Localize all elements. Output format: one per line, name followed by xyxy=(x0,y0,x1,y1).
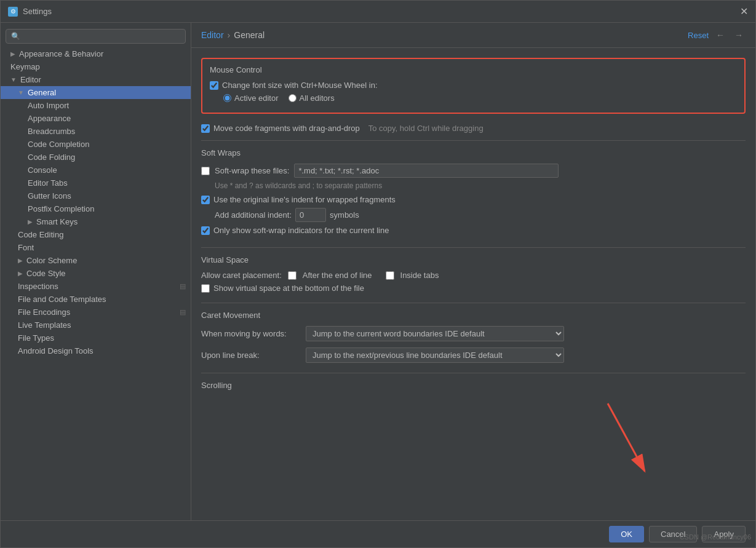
nav-forward-button[interactable]: → xyxy=(732,29,746,41)
sidebar-item-label: Keymap xyxy=(10,62,40,71)
sidebar-item-label: Auto Import xyxy=(28,101,69,110)
sidebar-item-console[interactable]: Console xyxy=(1,164,191,177)
change-font-size-label: Change font size with Ctrl+Mouse Wheel i… xyxy=(222,81,378,90)
sidebar-item-color-scheme[interactable]: ▶ Color Scheme xyxy=(1,254,191,267)
use-original-indent-row: Use the original line's indent for wrapp… xyxy=(201,195,746,204)
moving-words-row: When moving by words: Jump to the curren… xyxy=(201,326,746,341)
soft-wrap-hint: Use * and ? as wildcards and ; to separa… xyxy=(215,181,746,190)
move-code-checkbox[interactable] xyxy=(201,124,210,133)
red-arrow-annotation xyxy=(595,397,669,483)
chevron-right-icon: ▶ xyxy=(28,218,33,225)
active-editor-option[interactable]: Active editor xyxy=(223,93,279,103)
ok-button[interactable]: OK xyxy=(609,526,644,542)
indent-input[interactable] xyxy=(295,208,326,222)
sidebar-item-label: File Types xyxy=(18,333,54,343)
sidebar-item-font[interactable]: Font xyxy=(1,241,191,254)
sidebar-item-general[interactable]: ▼ General xyxy=(1,86,191,99)
soft-wrap-checkbox[interactable] xyxy=(201,167,210,175)
nav-back-button[interactable]: ← xyxy=(714,29,727,41)
after-end-checkbox[interactable] xyxy=(288,271,296,280)
app-icon: ⚙ xyxy=(8,7,18,17)
show-virtual-row: Show virtual space at the bottom of the … xyxy=(201,284,746,293)
all-editors-label: All editors xyxy=(300,93,335,103)
virtual-space-section: Virtual Space Allow caret placement: Aft… xyxy=(201,255,746,293)
soft-wrap-input[interactable] xyxy=(294,164,559,178)
sidebar-item-appearance[interactable]: Appearance xyxy=(1,112,191,125)
breadcrumb: Editor › General xyxy=(201,30,265,40)
change-font-size-row: Change font size with Ctrl+Mouse Wheel i… xyxy=(210,81,737,90)
search-input[interactable] xyxy=(6,29,186,44)
reset-button[interactable]: Reset xyxy=(688,31,709,40)
moving-words-dropdown[interactable]: Jump to the current word boundaries IDE … xyxy=(306,326,564,341)
symbols-label: symbols xyxy=(330,210,359,220)
sidebar-item-code-editing[interactable]: Code Editing xyxy=(1,228,191,241)
allow-caret-row: Allow caret placement: After the end of … xyxy=(201,271,746,280)
breadcrumb-parent[interactable]: Editor xyxy=(201,30,224,40)
sidebar-item-label: Color Scheme xyxy=(26,256,77,265)
content-area: Editor › General Reset ← → Mouse Control xyxy=(191,23,755,520)
sidebar-item-keymap[interactable]: Keymap xyxy=(1,60,191,73)
encodings-icon: ▤ xyxy=(180,308,186,316)
allow-caret-label: Allow caret placement: xyxy=(201,271,282,280)
inside-tabs-checkbox[interactable] xyxy=(386,271,394,280)
soft-wrap-files-row: Soft-wrap these files: xyxy=(201,164,746,178)
sidebar-item-label: Code Style xyxy=(26,269,66,278)
sidebar-item-label: Code Completion xyxy=(28,140,89,149)
sidebar: ▶ Appearance & Behavior Keymap ▼ Editor … xyxy=(1,23,191,520)
use-original-indent-checkbox[interactable] xyxy=(201,196,210,204)
sidebar-item-appearance-behavior[interactable]: ▶ Appearance & Behavior xyxy=(1,47,191,60)
sidebar-item-android-design-tools[interactable]: Android Design Tools xyxy=(1,344,191,357)
sidebar-item-label: Code Editing xyxy=(18,230,63,239)
sidebar-item-auto-import[interactable]: Auto Import xyxy=(1,99,191,112)
line-break-row: Upon line break: Jump to the next/previo… xyxy=(201,347,746,363)
caret-movement-section: Caret Movement When moving by words: Jum… xyxy=(201,311,746,363)
change-font-size-checkbox[interactable] xyxy=(210,81,218,90)
move-code-note: To copy, hold Ctrl while dragging xyxy=(368,124,483,133)
mouse-control-section: Mouse Control Change font size with Ctrl… xyxy=(201,58,746,114)
sidebar-item-editor[interactable]: ▼ Editor xyxy=(1,73,191,86)
sidebar-item-file-encodings[interactable]: File Encodings ▤ xyxy=(1,306,191,319)
sidebar-item-code-completion[interactable]: Code Completion xyxy=(1,138,191,151)
sidebar-item-inspections[interactable]: Inspections ▤ xyxy=(1,280,191,293)
active-editor-radio[interactable] xyxy=(223,94,231,102)
sidebar-item-live-templates[interactable]: Live Templates xyxy=(1,319,191,332)
all-editors-option[interactable]: All editors xyxy=(288,93,335,103)
sidebar-item-label: File Encodings xyxy=(18,308,70,317)
inside-tabs-label: Inside tabs xyxy=(400,271,439,280)
sidebar-item-editor-tabs[interactable]: Editor Tabs xyxy=(1,177,191,189)
sidebar-item-label: Live Templates xyxy=(18,320,71,330)
content-scroll: Mouse Control Change font size with Ctrl… xyxy=(191,48,755,520)
sidebar-item-label: File and Code Templates xyxy=(18,295,106,304)
header-actions: Reset ← → xyxy=(688,29,746,41)
sidebar-item-file-types[interactable]: File Types xyxy=(1,332,191,344)
sidebar-item-label: Editor Tabs xyxy=(28,178,68,188)
virtual-space-label: Virtual Space xyxy=(201,255,746,264)
sidebar-item-label: Font xyxy=(18,243,34,252)
sidebar-item-code-style[interactable]: ▶ Code Style xyxy=(1,267,191,280)
only-show-indicators-label: Only show soft-wrap indicators for the c… xyxy=(213,226,389,235)
all-editors-radio[interactable] xyxy=(288,94,296,102)
move-code-row: Move code fragments with drag-and-drop T… xyxy=(201,124,746,133)
sidebar-item-gutter-icons[interactable]: Gutter Icons xyxy=(1,189,191,202)
moving-words-label: When moving by words: xyxy=(201,329,300,338)
sidebar-item-label: Code Folding xyxy=(28,153,75,162)
show-virtual-checkbox[interactable] xyxy=(201,284,210,293)
sidebar-item-smart-keys[interactable]: ▶ Smart Keys xyxy=(1,215,191,228)
dialog-footer: OK Cancel Apply xyxy=(1,520,755,547)
line-break-dropdown[interactable]: Jump to the next/previous line boundarie… xyxy=(306,347,564,363)
use-original-indent-label: Use the original line's indent for wrapp… xyxy=(213,195,396,204)
title-bar: ⚙ Settings ✕ xyxy=(1,1,755,23)
inspections-icon: ▤ xyxy=(180,282,186,290)
editor-scope-row: Active editor All editors xyxy=(223,93,737,103)
dialog-title: Settings xyxy=(23,7,52,16)
sidebar-item-code-folding[interactable]: Code Folding xyxy=(1,151,191,164)
sidebar-item-postfix-completion[interactable]: Postfix Completion xyxy=(1,202,191,215)
scrolling-label: Scrolling xyxy=(201,381,746,390)
svg-line-1 xyxy=(608,403,645,471)
sidebar-item-breadcrumbs[interactable]: Breadcrumbs xyxy=(1,125,191,138)
only-show-indicators-checkbox[interactable] xyxy=(201,226,210,235)
sidebar-item-label: Inspections xyxy=(18,282,58,291)
sidebar-item-label: Gutter Icons xyxy=(28,191,71,201)
close-button[interactable]: ✕ xyxy=(740,7,748,17)
sidebar-item-file-code-templates[interactable]: File and Code Templates xyxy=(1,293,191,306)
